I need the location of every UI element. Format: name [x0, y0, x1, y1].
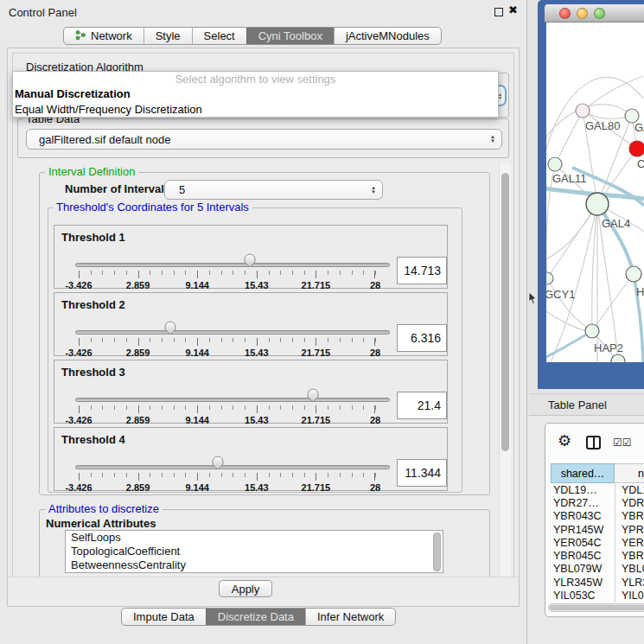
threshold-2-slider-thumb[interactable]: [164, 321, 176, 335]
threshold-4-value-field[interactable]: 11.344: [397, 459, 447, 487]
table-body: YDL19…YDL1 YDR27…YDR2 YBR043CYBR0 YPR145…: [551, 483, 644, 603]
node-hap2[interactable]: [585, 324, 599, 338]
screen: Control Panel ✖ Network Style Select: [0, 0, 644, 644]
algorithm-dropdown-popup: Select algorithm to view settings Manual…: [12, 71, 499, 118]
column-header-shared-name[interactable]: shared…: [551, 463, 615, 483]
column-header-name[interactable]: name: [615, 463, 644, 483]
table-header-row: shared… name: [545, 463, 644, 483]
tab-jactivemnodules[interactable]: jActiveMNodules: [334, 28, 441, 44]
table-horizontal-scrollbar[interactable]: [548, 603, 644, 612]
threshold-1-slider-thumb[interactable]: [244, 253, 256, 268]
close-icon[interactable]: ✖: [508, 3, 518, 16]
node-gal11[interactable]: [548, 157, 562, 171]
numerical-attributes-list: SelfLoops TopologicalCoefficient Between…: [65, 530, 443, 573]
tab-select[interactable]: Select: [192, 28, 246, 44]
node-label-gal4: GAL4: [602, 217, 630, 230]
cyni-bottom-tabs: Impute Data Discretize Data Infer Networ…: [121, 608, 396, 626]
threshold-3-value-field[interactable]: 21.4: [397, 392, 447, 419]
dropdown-option-manual[interactable]: Manual Discretization: [13, 86, 498, 102]
tab-style[interactable]: Style: [143, 28, 192, 44]
threshold-3-slider-thumb[interactable]: [307, 388, 319, 403]
node-label-hap2: HAP2: [594, 341, 623, 354]
list-item[interactable]: BetweennessCentrality: [66, 558, 443, 572]
attributes-group-title: Attributes to discretize: [45, 503, 163, 514]
combo-arrows-icon: ▲▼: [484, 135, 501, 143]
gear-icon[interactable]: ⚙: [558, 431, 571, 450]
table-horizontal-scrollbar-thumb[interactable]: [550, 605, 644, 610]
number-of-intervals-label: Number of Intervals: [65, 182, 170, 195]
table-row[interactable]: YBR045CYBR0: [551, 549, 644, 562]
node-gal4[interactable]: [586, 193, 609, 215]
interval-definition-title: Interval Definition: [45, 166, 138, 177]
table-row[interactable]: YLR345WYLR3: [551, 576, 644, 589]
node-selected-red[interactable]: [629, 141, 644, 156]
node-table-card: ⚙ ☑☑ shared… name YDL19…YDL1 YDR27…YDR2 …: [545, 423, 644, 617]
table-panel-header: Table Panel: [529, 393, 644, 416]
split-columns-icon[interactable]: [586, 436, 601, 450]
combo-arrows-icon: ▲▼: [365, 186, 382, 194]
list-vertical-scrollbar[interactable]: [433, 532, 441, 571]
dropdown-hint: Select algorithm to view settings: [13, 72, 498, 86]
dropdown-option-equal-width[interactable]: Equal Width/Frequency Discretization: [13, 102, 498, 118]
control-panel-window: Control Panel ✖ Network Style Select: [0, 0, 527, 644]
table-panel-title: Table Panel: [548, 399, 607, 411]
node-label-gal80: GAL80: [585, 119, 620, 132]
node-label-ga-clipped: GA: [634, 121, 644, 134]
list-item[interactable]: TopologicalCoefficient: [66, 545, 443, 558]
table-row[interactable]: YBL079WYBL0: [551, 563, 644, 576]
table-row[interactable]: YPR145WYPR1: [551, 523, 644, 536]
node-label-gal11: GAL11: [552, 172, 587, 185]
threshold-4-panel: Threshold 4 -3.426 2.859 9.144 15.43 21.…: [54, 427, 448, 491]
control-panel-tabs: Network Style Select Cyni Toolbox jActiv…: [63, 27, 442, 45]
threshold-3-label: Threshold 3: [61, 366, 125, 379]
close-traffic-light[interactable]: [559, 8, 571, 19]
threshold-3-panel: Threshold 3 -3.426 2.859 9.144 15.43 21.…: [54, 360, 448, 424]
node-label-h-clipped: H: [636, 285, 644, 298]
network-icon: [75, 29, 86, 43]
threshold-4-label: Threshold 4: [61, 433, 125, 446]
table-row[interactable]: YER054CYER0: [551, 536, 644, 549]
apply-button[interactable]: Apply: [219, 580, 272, 597]
node-gal80[interactable]: [576, 104, 590, 118]
tab-network-label: Network: [91, 29, 132, 42]
number-of-intervals-combobox[interactable]: 5 ▲▼: [164, 180, 383, 200]
numerical-attributes-heading: Numerical Attributes: [46, 517, 156, 530]
network-window-titlebar: [545, 4, 644, 22]
tab-cyni-toolbox[interactable]: Cyni Toolbox: [246, 28, 334, 44]
tab-impute-data[interactable]: Impute Data: [122, 609, 206, 625]
float-window-icon[interactable]: [494, 8, 503, 16]
tab-network[interactable]: Network: [64, 28, 143, 44]
mouse-cursor: [528, 292, 538, 305]
threshold-1-value-field[interactable]: 14.713: [397, 257, 447, 284]
select-columns-icon[interactable]: ☑☑: [613, 437, 632, 449]
node-label-gcy1: GCY1: [546, 288, 575, 301]
node-label-c-clipped: C: [637, 157, 644, 170]
minimize-traffic-light[interactable]: [577, 8, 588, 19]
tab-infer-network[interactable]: Infer Network: [305, 609, 395, 625]
threshold-1-label: Threshold 1: [61, 231, 125, 244]
threshold-2-label: Threshold 2: [61, 298, 125, 311]
network-canvas[interactable]: GAL80 GA C GAL11 GAL4 GCY1 H HAP2: [546, 22, 644, 362]
panel-vertical-scrollbar[interactable]: [499, 163, 511, 579]
table-data-combobox[interactable]: galFiltered.sif default node ▲▼: [26, 129, 502, 150]
table-row[interactable]: YDR27…YDR2: [551, 496, 644, 509]
table-row[interactable]: YBR043CYBR0: [551, 510, 644, 523]
threshold-1-panel: Threshold 1 -3.426 2.859 9.144 15.43 21.…: [54, 225, 448, 289]
table-row[interactable]: YDL19…YDL1: [551, 483, 644, 496]
node-clipped-h[interactable]: [626, 266, 641, 282]
control-panel-title: Control Panel: [9, 6, 77, 19]
panel-vertical-scrollbar-thumb[interactable]: [501, 173, 509, 451]
table-row[interactable]: YIL053CYIL0: [551, 589, 644, 602]
threshold-4-slider-thumb[interactable]: [212, 456, 224, 470]
list-item[interactable]: SelfLoops: [66, 531, 443, 545]
node-gcy1[interactable]: [546, 272, 553, 284]
threshold-2-value-field[interactable]: 6.316: [397, 324, 447, 352]
zoom-traffic-light[interactable]: [594, 8, 605, 19]
thresholds-group-title: Threshold's Coordinates for 5 Intervals: [53, 201, 252, 213]
tab-discretize-data[interactable]: Discretize Data: [206, 609, 305, 625]
threshold-2-panel: Threshold 2 -3.426 2.859 9.144 15.43 21.…: [54, 292, 448, 356]
network-view-window: GAL80 GA C GAL11 GAL4 GCY1 H HAP2: [538, 0, 644, 389]
